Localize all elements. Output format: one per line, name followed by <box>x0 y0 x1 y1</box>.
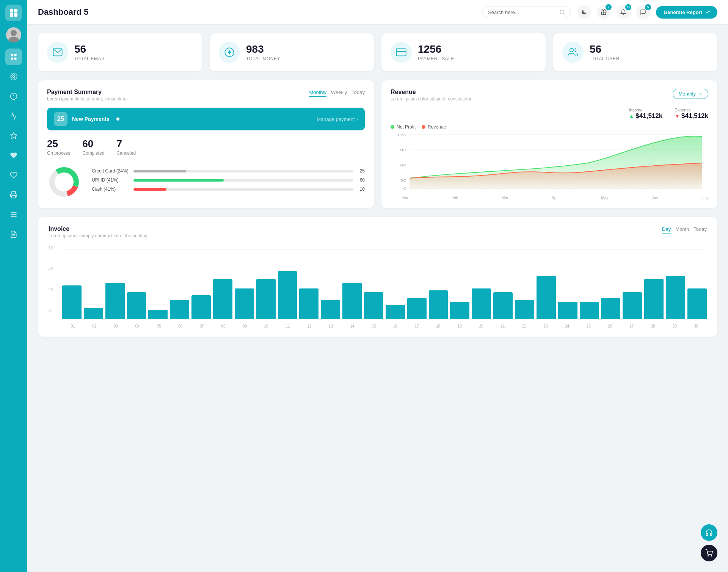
svg-rect-0 <box>10 9 13 13</box>
cart-float-btn[interactable] <box>701 545 717 561</box>
expense-stat: Expense ▼ $41,512k <box>675 108 708 120</box>
invoice-bar-18 <box>429 290 448 319</box>
svg-line-22 <box>563 13 565 14</box>
invoice-tab-day[interactable]: Day <box>662 226 671 234</box>
revenue-title-group: Revenue Lorem ipsum dolor sit amet, cons… <box>391 89 471 102</box>
cart-icon <box>705 549 713 557</box>
svg-rect-6 <box>11 54 13 56</box>
invoice-header: Invoice Lorem Ipsum is simply dummy text… <box>49 226 707 238</box>
x-label-mar: Mar <box>502 196 508 200</box>
new-payments-left: 25 New Payments <box>54 112 119 126</box>
sidebar-logo[interactable] <box>5 5 22 21</box>
x-label-may: May <box>601 196 608 200</box>
stat-icon-money <box>219 42 240 63</box>
stat-card-payment: 1256 PAYMENT SALE <box>381 33 546 71</box>
svg-rect-7 <box>14 54 17 56</box>
payment-methods: Credit Card (24%) 25 UPI ID (41%) 60 <box>47 165 365 199</box>
support-float-btn[interactable] <box>701 524 717 541</box>
moon-icon <box>581 9 587 15</box>
invoice-tab-month[interactable]: Month <box>675 226 689 234</box>
stat-card-email: 56 TOTAL EMAIL <box>38 33 202 71</box>
payment-bar-cc-track <box>133 170 353 172</box>
payment-summary-title-group: Payment Summary Lorem ipsum dolor sit am… <box>47 89 128 102</box>
sidebar-item-favorites[interactable] <box>5 127 22 144</box>
invoice-bar-4 <box>127 292 146 319</box>
payment-bar-upi-val: 60 <box>357 177 365 183</box>
stat-icon-email <box>47 42 68 63</box>
expense-value: $41,512k <box>681 112 708 120</box>
stat-icon-payment <box>391 42 412 63</box>
legend-net-profit: Net Profit <box>391 124 416 130</box>
manage-payment-link[interactable]: Manage payment › <box>317 116 358 122</box>
invoice-tab-group: Day Month Today <box>662 226 707 234</box>
payment-tab-group: Monthly Weekly Today <box>309 89 365 97</box>
bell-icon <box>620 9 626 15</box>
payment-summary-subtitle: Lorem ipsum dolor sit amet, consectetur <box>47 96 128 102</box>
svg-marker-14 <box>11 133 17 139</box>
tab-today[interactable]: Today <box>351 89 365 97</box>
stat-label-money: TOTAL MONEY <box>246 56 280 61</box>
sidebar-item-info[interactable] <box>5 88 22 105</box>
stat-on-process-label: On process <box>47 150 70 156</box>
chat-badge: 5 <box>645 4 651 10</box>
sidebar-item-print[interactable] <box>5 186 22 203</box>
sidebar-item-analytics[interactable] <box>5 108 22 124</box>
tab-monthly[interactable]: Monthly <box>309 89 326 97</box>
x-label-jan: Jan <box>402 196 408 200</box>
revenue-title: Revenue <box>391 89 471 96</box>
stat-on-process-val: 25 <box>47 138 70 150</box>
generate-report-button[interactable]: Generate Report <box>656 6 717 19</box>
invoice-tab-today[interactable]: Today <box>693 226 707 234</box>
svg-point-4 <box>11 30 17 36</box>
invoice-y-labels: 60 40 20 0 <box>49 246 53 313</box>
middle-row: Payment Summary Lorem ipsum dolor sit am… <box>38 80 717 208</box>
messages-btn[interactable]: 5 <box>636 5 650 19</box>
invoice-chart-container: 60 40 20 0 01020304050607080910111213141… <box>49 246 707 328</box>
payment-summary-card: Payment Summary Lorem ipsum dolor sit am… <box>38 80 374 208</box>
stat-info-payment: 1256 PAYMENT SALE <box>418 43 454 61</box>
tab-weekly[interactable]: Weekly <box>331 89 347 97</box>
stat-completed-label: Completed <box>82 150 104 156</box>
svg-rect-3 <box>14 13 17 17</box>
theme-toggle-btn[interactable] <box>577 5 591 19</box>
income-value: $41,512k <box>635 112 662 120</box>
main-content: Dashboard 5 2 12 5 Generate Repo <box>27 0 728 572</box>
search-input[interactable] <box>488 9 556 15</box>
stat-value-user: 56 <box>590 43 620 55</box>
payment-bar-upi-track <box>133 179 353 182</box>
payment-bar-upi-fill <box>133 179 224 182</box>
sidebar-item-heart[interactable] <box>5 147 22 164</box>
chat-icon <box>640 9 646 15</box>
revenue-header: Revenue Lorem ipsum dolor sit amet, cons… <box>391 89 708 102</box>
sidebar-item-dashboard[interactable] <box>5 49 22 65</box>
notifications-btn[interactable]: 12 <box>617 5 630 19</box>
invoice-bar-20 <box>472 288 491 319</box>
invoice-bar-26 <box>601 298 620 319</box>
payment-summary-title: Payment Summary <box>47 89 128 96</box>
invoice-bar-16 <box>386 305 405 319</box>
x-label-apr: Apr <box>552 196 558 200</box>
user-avatar[interactable] <box>6 27 21 42</box>
revenue-card: Revenue Lorem ipsum dolor sit amet, cons… <box>381 80 717 208</box>
svg-text:0: 0 <box>403 186 407 190</box>
sidebar-item-settings[interactable] <box>5 68 22 85</box>
stats-grid: 56 TOTAL EMAIL 983 TOTAL MONEY <box>38 33 717 71</box>
gift-btn[interactable]: 2 <box>597 5 610 19</box>
payment-summary-header: Payment Summary Lorem ipsum dolor sit am… <box>47 89 365 102</box>
svg-rect-8 <box>11 58 13 60</box>
sidebar-item-heart2[interactable] <box>5 167 22 183</box>
svg-point-30 <box>570 49 573 52</box>
svg-point-21 <box>560 10 564 14</box>
sidebar-item-reports[interactable] <box>5 226 22 243</box>
svg-rect-1 <box>14 9 17 13</box>
revenue-monthly-dropdown[interactable]: Monthly <box>673 89 708 99</box>
invoice-bar-25 <box>580 302 599 319</box>
sidebar-item-menu[interactable] <box>5 206 22 223</box>
invoice-bar-9 <box>235 288 254 319</box>
svg-point-5 <box>8 37 19 42</box>
invoice-bar-8 <box>213 279 232 319</box>
svg-text:120: 120 <box>397 133 406 137</box>
stat-completed-val: 60 <box>82 138 104 150</box>
legend-dot-revenue <box>422 125 425 129</box>
payment-stats-row: 25 On process 60 Completed 7 Canceled <box>47 138 365 156</box>
